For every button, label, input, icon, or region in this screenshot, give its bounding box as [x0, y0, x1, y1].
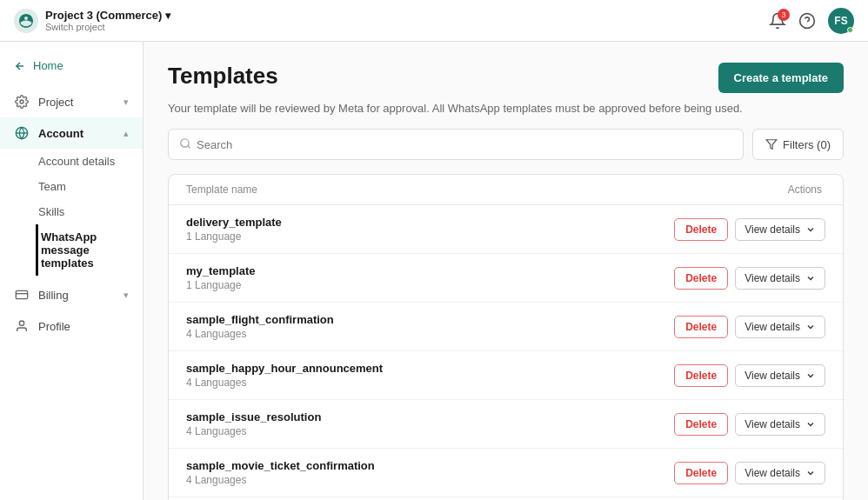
delete-button[interactable]: Delete — [674, 364, 728, 387]
app-logo-icon — [14, 9, 38, 33]
table-header: Template name Actions — [169, 175, 843, 205]
sidebar-item-profile[interactable]: Profile — [0, 310, 143, 342]
table-row: sample_flight_confirmation 4 Languages D… — [169, 303, 843, 351]
template-languages: 4 Languages — [186, 377, 674, 389]
help-icon — [798, 12, 816, 30]
svg-rect-7 — [16, 290, 27, 298]
billing-icon — [14, 287, 30, 303]
svg-point-4 — [20, 100, 23, 103]
sidebar-item-team[interactable]: Team — [38, 174, 143, 199]
delete-button[interactable]: Delete — [674, 267, 728, 290]
template-info: sample_issue_resolution 4 Languages — [186, 410, 674, 437]
row-actions: Delete View details — [674, 413, 825, 436]
svg-point-9 — [19, 321, 23, 325]
page-header: Templates Create a template — [168, 63, 844, 93]
view-details-button[interactable]: View details — [735, 267, 825, 290]
project-info[interactable]: Project 3 (Commerce) ▾ Switch project — [45, 9, 170, 32]
template-languages: 1 Language — [186, 230, 674, 243]
chevron-down-icon — [805, 419, 816, 430]
chevron-down-icon — [805, 273, 816, 283]
delete-button[interactable]: Delete — [674, 316, 728, 338]
template-languages: 4 Languages — [186, 328, 674, 340]
chevron-down-icon: ▾ — [165, 10, 170, 22]
chevron-down-icon — [805, 224, 816, 235]
delete-button[interactable]: Delete — [674, 413, 728, 436]
create-template-button[interactable]: Create a template — [718, 63, 844, 93]
row-actions: Delete View details — [674, 364, 825, 387]
chevron-billing-icon: ▾ — [124, 290, 129, 301]
account-submenu: Account details Team Skills WhatsApp mes… — [0, 149, 143, 276]
sidebar-profile-label: Profile — [38, 320, 70, 333]
template-info: sample_happy_hour_announcement 4 Languag… — [186, 362, 674, 389]
template-name: sample_movie_ticket_confirmation — [186, 459, 674, 472]
chevron-down-icon — [805, 322, 816, 332]
view-details-button[interactable]: View details — [735, 316, 825, 338]
table-row: sample_happy_hour_announcement 4 Languag… — [169, 351, 843, 400]
template-info: sample_flight_confirmation 4 Languages — [186, 313, 674, 340]
svg-point-10 — [181, 138, 189, 146]
help-button[interactable] — [798, 12, 816, 30]
sidebar-item-account[interactable]: Account ▴ — [0, 117, 143, 149]
home-arrow-icon — [14, 60, 26, 72]
filter-icon — [765, 138, 778, 150]
sidebar-account-label: Account — [38, 127, 83, 140]
sidebar-item-project[interactable]: Project ▾ — [0, 86, 143, 117]
template-languages: 1 Language — [186, 279, 674, 291]
template-info: delivery_template 1 Language — [186, 216, 674, 243]
row-actions: Delete View details — [674, 316, 825, 338]
table-row: sample_movie_ticket_confirmation 4 Langu… — [169, 449, 843, 497]
table-row: delivery_template 1 Language Delete View… — [169, 205, 843, 254]
topbar: Project 3 (Commerce) ▾ Switch project 3 … — [0, 0, 868, 42]
online-indicator — [847, 27, 853, 33]
sidebar-item-billing[interactable]: Billing ▾ — [0, 279, 143, 310]
view-details-button[interactable]: View details — [735, 462, 825, 484]
topbar-left: Project 3 (Commerce) ▾ Switch project — [14, 9, 170, 33]
col-template-name: Template name — [186, 183, 669, 196]
home-label: Home — [33, 59, 63, 72]
template-info: sample_movie_ticket_confirmation 4 Langu… — [186, 459, 674, 486]
sidebar-item-home[interactable]: Home — [0, 52, 143, 79]
page-title: Templates — [168, 63, 278, 90]
view-details-button[interactable]: View details — [735, 218, 825, 241]
template-name: my_template — [186, 264, 674, 277]
sidebar: Home Project ▾ Account ▴ — [0, 42, 144, 500]
topbar-right: 3 FS — [769, 8, 854, 34]
sidebar-item-skills[interactable]: Skills — [38, 199, 143, 224]
delete-button[interactable]: Delete — [674, 462, 728, 484]
switch-project-link[interactable]: Switch project — [45, 22, 170, 32]
table-body: delivery_template 1 Language Delete View… — [169, 205, 843, 500]
user-icon — [14, 318, 30, 334]
col-actions: Actions — [669, 183, 825, 196]
main-content: Templates Create a template Your templat… — [144, 42, 868, 500]
svg-point-0 — [14, 9, 38, 33]
sidebar-item-account-details[interactable]: Account details — [38, 149, 143, 174]
sidebar-project-label: Project — [38, 96, 73, 109]
svg-marker-12 — [766, 140, 777, 150]
chevron-down-icon — [805, 370, 816, 381]
filter-button[interactable]: Filters (0) — [752, 129, 844, 160]
filter-label: Filters (0) — [783, 138, 831, 151]
svg-line-11 — [188, 145, 190, 148]
row-actions: Delete View details — [674, 218, 825, 241]
template-name: sample_flight_confirmation — [186, 313, 674, 326]
project-name: Project 3 (Commerce) ▾ — [45, 9, 170, 22]
template-name: sample_happy_hour_announcement — [186, 362, 674, 375]
avatar[interactable]: FS — [828, 8, 854, 34]
sidebar-billing-label: Billing — [38, 289, 69, 302]
gear-icon — [14, 94, 30, 110]
view-details-button[interactable]: View details — [735, 413, 825, 436]
chevron-right-icon: ▾ — [124, 97, 129, 108]
table-row: sample_issue_resolution 4 Languages Dele… — [169, 400, 843, 449]
row-actions: Delete View details — [674, 267, 825, 290]
notifications-button[interactable]: 3 — [769, 12, 786, 30]
table-row: my_template 1 Language Delete View detai… — [169, 254, 843, 303]
row-actions: Delete View details — [674, 462, 825, 484]
sidebar-item-whatsapp-templates[interactable]: WhatsApp message templates — [36, 224, 143, 276]
delete-button[interactable]: Delete — [674, 218, 728, 241]
globe-icon — [14, 125, 30, 141]
notification-badge: 3 — [778, 9, 790, 21]
template-name: delivery_template — [186, 216, 674, 229]
template-languages: 4 Languages — [186, 425, 674, 437]
view-details-button[interactable]: View details — [735, 364, 825, 387]
search-input[interactable] — [197, 138, 732, 151]
